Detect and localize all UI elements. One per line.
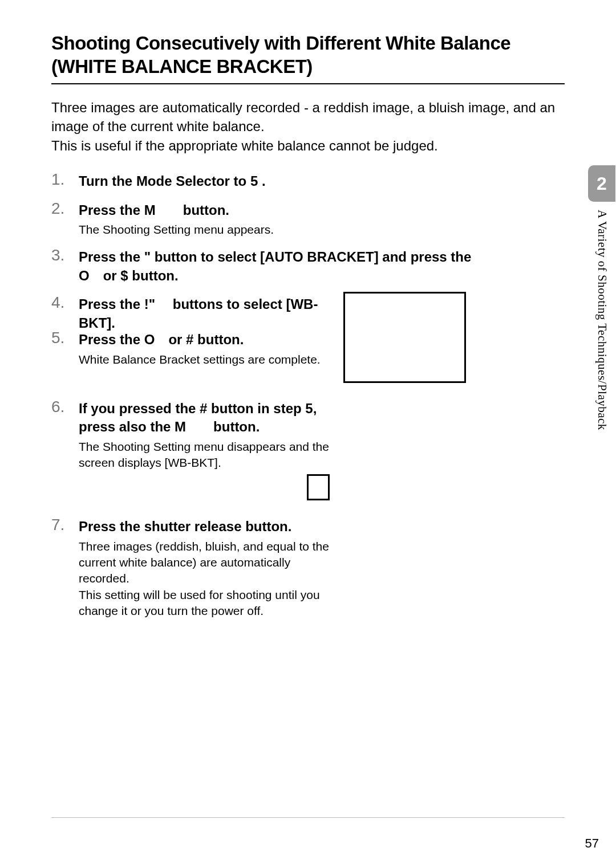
step-title: Press the M button. (79, 201, 495, 219)
step-item: Press the " button to select [AUTO BRACK… (51, 248, 565, 285)
step-body: White Balance Bracket settings are compl… (79, 352, 330, 368)
step-title: Press the shutter release button. (79, 517, 330, 536)
step-body: The Shooting Setting menu disappears and… (79, 439, 330, 471)
title-divider (51, 83, 565, 84)
intro-paragraph: Three images are automatically recorded … (51, 98, 565, 156)
step-item: Press the shutter release button. Three … (51, 517, 565, 619)
chapter-number-badge: 2 (588, 165, 615, 202)
step-body: The Shooting Setting menu appears. (79, 222, 495, 238)
illustration-placeholder (307, 474, 330, 500)
step-item: Press the O or # button. White Balance B… (51, 331, 565, 368)
step-title: Turn the Mode Selector to 5 . (79, 172, 495, 190)
step-body: Three images (reddish, bluish, and equal… (79, 539, 330, 620)
step-title: Press the O or # button. (79, 331, 330, 349)
page-number: 57 (585, 836, 599, 851)
step-item: Turn the Mode Selector to 5 . (51, 172, 565, 190)
chapter-label: A Variety of Shooting Techniques/Playbac… (596, 210, 608, 430)
step-title: Press the " button to select [AUTO BRACK… (79, 248, 495, 285)
page-title: Shooting Consecutively with Different Wh… (51, 31, 565, 79)
chapter-tab: 2 A Variety of Shooting Techniques/Playb… (587, 165, 616, 430)
step-title: Press the !" buttons to select [WB-BKT]. (79, 295, 330, 332)
step-item: If you pressed the # button in step 5, p… (51, 400, 565, 500)
step-title: If you pressed the # button in step 5, p… (79, 400, 330, 437)
step-item: Press the M button. The Shooting Setting… (51, 201, 565, 238)
footer-divider (51, 817, 565, 818)
steps-list: Turn the Mode Selector to 5 . Press the … (51, 172, 565, 619)
